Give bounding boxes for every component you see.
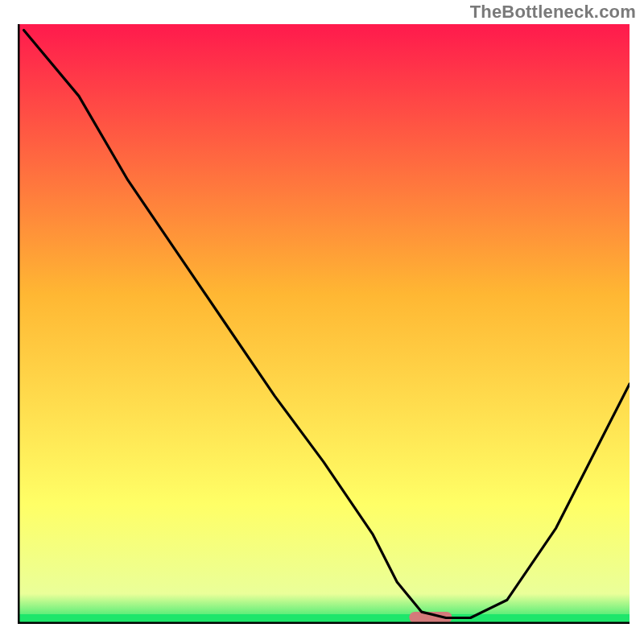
gradient-background (18, 24, 630, 624)
plot-area (18, 24, 630, 624)
chart-svg (18, 24, 630, 624)
chart-container: TheBottleneck.com (0, 0, 644, 644)
watermark-text: TheBottleneck.com (470, 2, 636, 23)
